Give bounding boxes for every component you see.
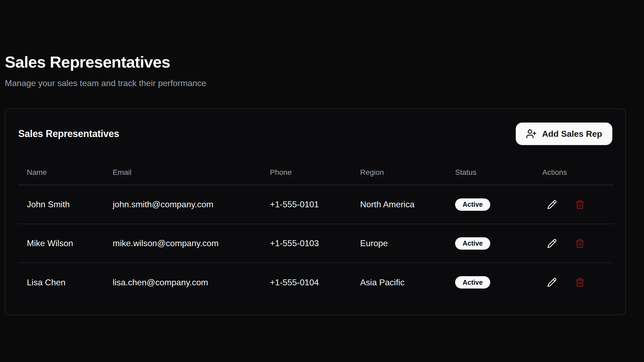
page-title: Sales Representatives (5, 53, 626, 72)
cell-actions (534, 263, 613, 302)
cell-region: Europe (352, 224, 447, 263)
sales-reps-table: Name Email Phone Region Status Actions J… (18, 146, 613, 302)
table-header: Name Email Phone Region Status Actions (18, 146, 613, 185)
cell-status: Active (447, 224, 534, 263)
cell-phone: +1-555-0103 (261, 224, 352, 263)
delete-button[interactable] (570, 195, 590, 214)
cell-status: Active (447, 185, 534, 224)
pencil-icon (547, 239, 557, 248)
edit-button[interactable] (542, 195, 562, 214)
user-plus-icon (526, 128, 537, 139)
add-sales-rep-button-label: Add Sales Rep (542, 129, 602, 139)
edit-button[interactable] (542, 273, 562, 292)
card-title: Sales Representatives (18, 128, 119, 139)
table-row: John Smith john.smith@company.com +1-555… (18, 185, 613, 224)
column-header-region: Region (352, 146, 447, 185)
pencil-icon (547, 200, 557, 209)
pencil-icon (547, 278, 557, 287)
column-header-email: Email (104, 146, 261, 185)
column-header-actions: Actions (534, 146, 613, 185)
column-header-phone: Phone (261, 146, 352, 185)
sales-reps-card: Sales Representatives Add Sales Rep (5, 108, 626, 315)
status-badge: Active (455, 198, 490, 211)
delete-button[interactable] (570, 273, 590, 292)
cell-status: Active (447, 263, 534, 302)
table-row: Mike Wilson mike.wilson@company.com +1-5… (18, 224, 613, 263)
cell-region: Asia Pacific (352, 263, 447, 302)
cell-email: mike.wilson@company.com (104, 224, 261, 263)
page-subtitle: Manage your sales team and track their p… (5, 77, 626, 89)
status-badge: Active (455, 237, 490, 250)
cell-name: Lisa Chen (18, 263, 104, 302)
trash-icon (575, 200, 585, 209)
cell-region: North America (352, 185, 447, 224)
cell-name: John Smith (18, 185, 104, 224)
table-row: Lisa Chen lisa.chen@company.com +1-555-0… (18, 263, 613, 302)
card-header: Sales Representatives Add Sales Rep (18, 122, 612, 146)
delete-button[interactable] (570, 234, 590, 253)
sales-reps-page: Sales Representatives Manage your sales … (0, 0, 644, 315)
cell-phone: +1-555-0101 (261, 185, 352, 224)
add-sales-rep-button[interactable]: Add Sales Rep (516, 123, 612, 145)
cell-actions (534, 224, 613, 263)
cell-email: lisa.chen@company.com (104, 263, 261, 302)
status-badge: Active (455, 276, 490, 289)
trash-icon (575, 278, 585, 287)
column-header-status: Status (447, 146, 534, 185)
cell-name: Mike Wilson (18, 224, 104, 263)
cell-actions (534, 185, 613, 224)
cell-phone: +1-555-0104 (261, 263, 352, 302)
trash-icon (575, 239, 585, 248)
edit-button[interactable] (542, 234, 562, 253)
column-header-name: Name (18, 146, 104, 185)
cell-email: john.smith@company.com (104, 185, 261, 224)
